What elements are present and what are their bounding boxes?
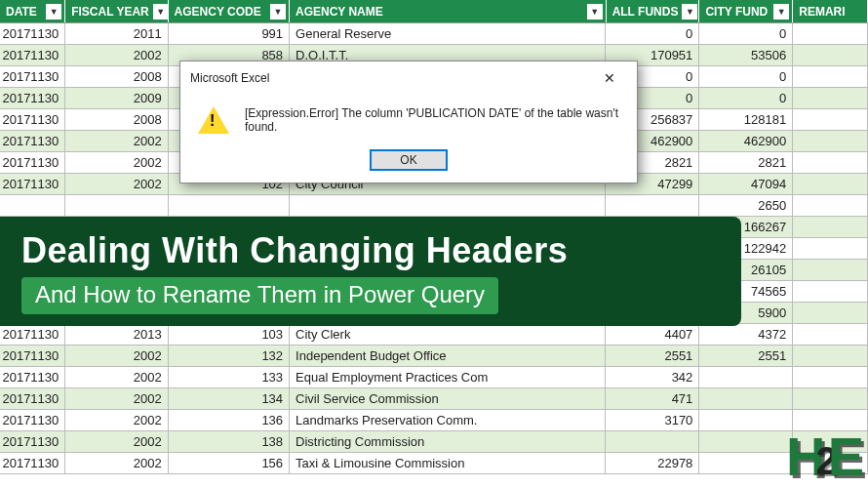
table-cell[interactable]: [793, 88, 868, 108]
table-cell[interactable]: 20171130: [0, 346, 65, 366]
table-cell[interactable]: [699, 410, 793, 430]
dialog-titlebar[interactable]: Microsoft Excel ✕: [180, 61, 637, 93]
filter-dropdown-icon[interactable]: ▼: [46, 4, 61, 20]
table-cell[interactable]: 991: [169, 23, 290, 44]
table-cell[interactable]: 3170: [606, 410, 699, 430]
table-row[interactable]: 2650: [0, 195, 868, 217]
table-cell[interactable]: 20171130: [0, 174, 65, 194]
table-cell[interactable]: [793, 281, 868, 302]
table-cell[interactable]: 2008: [65, 109, 168, 130]
ok-button[interactable]: OK: [370, 149, 448, 171]
table-cell[interactable]: Landmarks Preservation Comm.: [290, 410, 606, 430]
table-cell[interactable]: [793, 23, 868, 44]
col-header-date[interactable]: DATE▼: [0, 0, 65, 22]
table-row[interactable]: 201711302002156Taxi & Limousine Commissi…: [0, 453, 868, 474]
table-cell[interactable]: [793, 367, 868, 387]
table-cell[interactable]: 2002: [65, 388, 168, 409]
table-cell[interactable]: [793, 195, 868, 216]
table-cell[interactable]: 342: [606, 367, 699, 387]
table-cell[interactable]: 471: [606, 388, 699, 409]
table-cell[interactable]: 2002: [65, 367, 168, 387]
table-cell[interactable]: [793, 152, 868, 173]
table-cell[interactable]: [793, 260, 868, 280]
table-cell[interactable]: 2002: [65, 453, 168, 473]
table-cell[interactable]: [699, 367, 793, 387]
table-cell[interactable]: 0: [699, 66, 793, 87]
table-row[interactable]: 201711302011991General Reserve00: [0, 23, 868, 45]
filter-dropdown-icon[interactable]: ▼: [587, 4, 603, 20]
table-cell[interactable]: [0, 195, 65, 216]
table-cell[interactable]: 4407: [606, 324, 699, 345]
col-header-city[interactable]: CITY FUND▼: [699, 0, 793, 22]
table-cell[interactable]: 53506: [699, 45, 793, 65]
table-cell[interactable]: [793, 174, 868, 194]
table-row[interactable]: 201711302002132Independent Budget Office…: [0, 346, 868, 367]
table-cell[interactable]: 2013: [65, 324, 168, 345]
table-cell[interactable]: 2551: [606, 346, 699, 366]
table-cell[interactable]: 2002: [65, 174, 168, 194]
table-cell[interactable]: 2002: [65, 45, 168, 65]
table-cell[interactable]: [793, 324, 868, 345]
table-cell[interactable]: [793, 217, 868, 237]
table-row[interactable]: 201711302002133Equal Employment Practice…: [0, 367, 868, 388]
table-cell[interactable]: 138: [169, 431, 290, 452]
table-cell[interactable]: 22978: [606, 453, 699, 473]
table-cell[interactable]: 103: [169, 324, 290, 345]
table-cell[interactable]: [699, 388, 793, 409]
table-row[interactable]: 201711302002134Civil Service Commission4…: [0, 388, 868, 410]
table-cell[interactable]: [793, 45, 868, 65]
table-row[interactable]: 201711302002136Landmarks Preservation Co…: [0, 410, 868, 431]
table-cell[interactable]: 156: [169, 453, 290, 473]
table-cell[interactable]: [699, 431, 793, 452]
table-cell[interactable]: 2008: [65, 66, 168, 87]
col-header-code[interactable]: AGENCY CODE▼: [169, 0, 290, 22]
table-cell[interactable]: [290, 195, 606, 216]
table-cell[interactable]: 2821: [699, 152, 793, 173]
table-cell[interactable]: 20171130: [0, 45, 65, 65]
table-cell[interactable]: [169, 195, 290, 216]
table-cell[interactable]: 2011: [65, 23, 168, 44]
col-header-remark[interactable]: REMARI: [793, 0, 868, 22]
table-cell[interactable]: 20171130: [0, 431, 65, 452]
table-cell[interactable]: 0: [699, 88, 793, 108]
table-cell[interactable]: 2002: [65, 431, 168, 452]
table-cell[interactable]: [606, 195, 699, 216]
table-cell[interactable]: Equal Employment Practices Com: [290, 367, 606, 387]
table-cell[interactable]: [793, 66, 868, 87]
table-cell[interactable]: 2002: [65, 152, 168, 173]
col-header-funds[interactable]: ALL FUNDS▼: [607, 0, 700, 22]
table-cell[interactable]: 2009: [65, 88, 168, 108]
table-cell[interactable]: 136: [169, 410, 290, 430]
table-cell[interactable]: [793, 109, 868, 130]
table-cell[interactable]: 133: [169, 367, 290, 387]
table-cell[interactable]: 20171130: [0, 388, 65, 409]
table-cell[interactable]: 20171130: [0, 131, 65, 151]
table-cell[interactable]: 47094: [699, 174, 793, 194]
table-cell[interactable]: Independent Budget Office: [290, 346, 606, 366]
table-cell[interactable]: 2002: [65, 410, 168, 430]
table-cell[interactable]: 2002: [65, 131, 168, 151]
table-cell[interactable]: 2650: [699, 195, 793, 216]
table-cell[interactable]: [699, 453, 793, 473]
col-header-year[interactable]: FISCAL YEAR▼: [65, 0, 168, 22]
table-cell[interactable]: 20171130: [0, 88, 65, 108]
table-cell[interactable]: [606, 431, 699, 452]
filter-dropdown-icon[interactable]: ▼: [682, 4, 697, 20]
table-cell[interactable]: 0: [699, 23, 793, 44]
table-cell[interactable]: [793, 238, 868, 259]
table-cell[interactable]: 462900: [699, 131, 793, 151]
table-cell[interactable]: 20171130: [0, 367, 65, 387]
table-cell[interactable]: 0: [606, 23, 699, 44]
table-cell[interactable]: 20171130: [0, 23, 65, 44]
filter-dropdown-icon[interactable]: ▼: [773, 4, 789, 20]
table-cell[interactable]: 20171130: [0, 109, 65, 130]
table-cell[interactable]: City Clerk: [290, 324, 606, 345]
table-cell[interactable]: 20171130: [0, 152, 65, 173]
table-cell[interactable]: Taxi & Limousine Commission: [290, 453, 606, 473]
table-cell[interactable]: General Reserve: [290, 23, 606, 44]
filter-dropdown-icon[interactable]: ▼: [153, 4, 169, 20]
table-cell[interactable]: 134: [169, 388, 290, 409]
table-cell[interactable]: [793, 303, 868, 323]
table-row[interactable]: 201711302002138Districting Commission: [0, 431, 868, 453]
filter-dropdown-icon[interactable]: ▼: [270, 4, 286, 20]
